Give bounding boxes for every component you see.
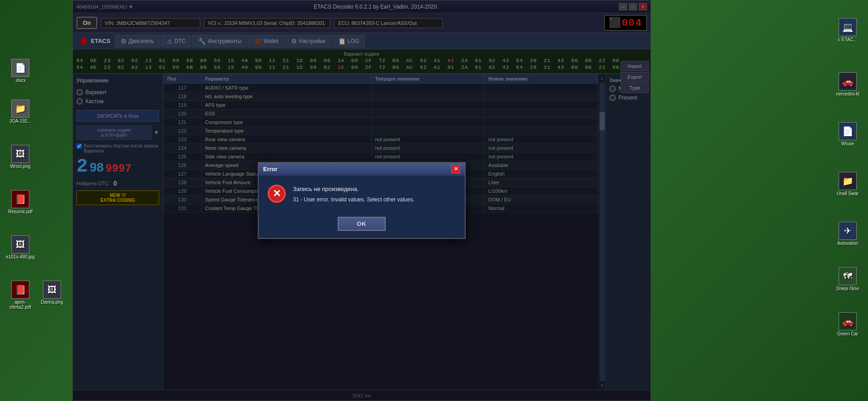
doc-icon: 📄	[11, 59, 29, 77]
desktop-icon-label3: Wrocl.png	[10, 164, 31, 169]
error-dialog: Error ✕ ✕ Запись не произведена. 31 - Us…	[258, 162, 466, 239]
ok-button[interactable]: OK	[338, 217, 386, 231]
desktop-icon-png[interactable]: 🖼 Darina.png	[36, 281, 68, 305]
dialog-body: ✕ Запись не произведена. 31 - User error…	[259, 176, 465, 214]
greencar-icon: 🚗	[839, 312, 857, 330]
mercedes-icon: 🚗	[839, 72, 857, 91]
desktop-icon-label9: nercedes-kl	[836, 91, 859, 96]
dialog-overlay: Error ✕ ✕ Запись не произведена. 31 - Us…	[73, 0, 651, 401]
png-icon: 🖼	[43, 281, 61, 299]
desktop-icon-label8: c ETAC...	[838, 37, 857, 42]
desktop-icon-jpg[interactable]: 🖼 e101s-480.jpg	[5, 235, 36, 259]
dialog-close-button[interactable]: ✕	[451, 165, 460, 173]
desktop-icon-label10: Wruse	[841, 141, 854, 146]
pdf2-icon: 📕	[11, 281, 29, 299]
desktop-icon-label11: Unall Swar	[837, 191, 859, 196]
desktop-icon-pdf1[interactable]: 📕 Resume.pdf	[5, 190, 36, 214]
app-window: 46488164_1925 MENU ▼ ETACS Decoder 6.0.2…	[72, 0, 651, 401]
desktop-icon-unall[interactable]: 📁 Unall Swar	[832, 172, 863, 196]
dialog-footer: OK	[259, 213, 465, 238]
desktop-icon-aviation[interactable]: ✈ Avtovation	[832, 222, 863, 246]
desktop-icon-label7: Darina.png	[41, 300, 63, 305]
pdf-icon: 📕	[11, 190, 29, 208]
desktop-icon-label2: JOA-192...	[9, 119, 31, 124]
desktop-icon-label12: Avtovation	[837, 241, 859, 246]
desktop-icon-wruse[interactable]: 📄 Wruse	[832, 122, 863, 146]
desktop-icon-img1[interactable]: 🖼 Wrocl.png	[5, 145, 36, 169]
desktop-icon-doc[interactable]: 📄 .docx	[5, 59, 36, 83]
dialog-title-bar: Error ✕	[259, 163, 465, 176]
desktop-icon-dnepr[interactable]: 🗺 Dnepr-Novi	[832, 267, 863, 291]
wruse-icon: 📄	[839, 122, 857, 140]
desktop-icon-label5: e101s-480.jpg	[6, 254, 34, 259]
img-icon: 🖼	[11, 145, 29, 163]
desktop-icon-label14: Green Car	[837, 331, 859, 336]
desktop-icon-pdf2[interactable]: 📕 ajem-oferta2.pdf	[5, 281, 36, 310]
dialog-line2: 31 - User error. Invalid values. Select …	[293, 196, 415, 204]
desktop-icon-label13: Dnepr-Novi	[836, 286, 859, 291]
error-icon: ✕	[268, 185, 286, 203]
jpg-icon: 🖼	[11, 235, 29, 253]
dnepr-icon: 🗺	[839, 267, 857, 285]
desktop-icon-mercedes[interactable]: 🚗 nercedes-kl	[832, 72, 863, 96]
desktop-icon-folder1[interactable]: 📁 JOA-192...	[5, 100, 36, 124]
dialog-title: Error	[263, 166, 278, 172]
dialog-message: Запись не произведена. 31 - User error. …	[293, 185, 415, 205]
desktop-icon-label6: ajem-oferta2.pdf	[5, 300, 36, 310]
desktop-icon-label: .docx	[15, 78, 26, 83]
dialog-line1: Запись не произведена.	[293, 185, 415, 194]
aviation-icon: ✈	[839, 222, 857, 240]
desktop-icon-etac[interactable]: 💻 c ETAC...	[832, 18, 863, 42]
folder-icon: 📁	[11, 100, 29, 118]
unall-icon: 📁	[839, 172, 857, 190]
desktop-icon-label4: Resume.pdf	[8, 209, 33, 214]
etac-icon: 💻	[839, 18, 857, 36]
desktop-icon-greencar[interactable]: 🚗 Green Car	[832, 312, 863, 336]
